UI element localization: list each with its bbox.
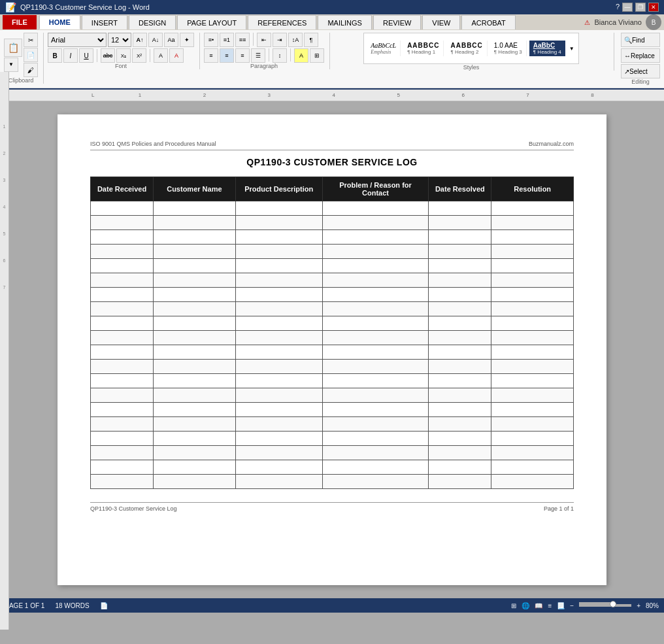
table-cell[interactable] — [491, 417, 574, 432]
table-cell[interactable] — [491, 316, 574, 331]
table-cell[interactable] — [235, 388, 322, 403]
borders-button[interactable]: ⊞ — [310, 48, 324, 63]
zoom-out-button[interactable]: − — [570, 602, 574, 609]
document-check-icon[interactable]: 📄 — [100, 602, 108, 609]
view-draft-icon[interactable]: 📃 — [557, 602, 565, 609]
table-cell[interactable] — [235, 216, 322, 230]
table-cell[interactable] — [322, 302, 429, 316]
table-cell[interactable] — [235, 288, 322, 302]
table-cell[interactable] — [429, 374, 491, 388]
table-cell[interactable] — [235, 316, 322, 331]
table-cell[interactable] — [154, 230, 236, 245]
table-cell[interactable] — [154, 417, 236, 432]
table-cell[interactable] — [154, 259, 236, 273]
table-cell[interactable] — [91, 403, 154, 417]
table-cell[interactable] — [491, 432, 574, 446]
table-cell[interactable] — [322, 259, 429, 273]
strikethrough-button[interactable]: abc — [101, 48, 115, 63]
italic-button[interactable]: I — [63, 48, 78, 63]
copy-button[interactable]: 📄 — [24, 48, 38, 62]
bullets-button[interactable]: ≡• — [204, 33, 218, 47]
table-cell[interactable] — [235, 345, 322, 360]
table-cell[interactable] — [154, 360, 236, 374]
table-cell[interactable] — [154, 403, 236, 417]
table-cell[interactable] — [154, 432, 236, 446]
zoom-in-button[interactable]: + — [637, 602, 640, 609]
justify-button[interactable]: ☰ — [251, 48, 265, 63]
table-cell[interactable] — [154, 302, 236, 316]
styles-scroll-down[interactable]: ▼ — [568, 44, 576, 53]
table-cell[interactable] — [491, 388, 574, 403]
table-cell[interactable] — [491, 230, 574, 245]
table-cell[interactable] — [154, 316, 236, 331]
table-cell[interactable] — [91, 475, 154, 489]
multilevel-list-button[interactable]: ≡≡ — [235, 33, 250, 47]
table-cell[interactable] — [322, 374, 429, 388]
table-cell[interactable] — [429, 273, 491, 288]
username[interactable]: Bianca Viviano — [594, 18, 642, 26]
table-cell[interactable] — [322, 417, 429, 432]
table-cell[interactable] — [154, 245, 236, 259]
view-web-icon[interactable]: 🌐 — [522, 602, 529, 609]
table-cell[interactable] — [491, 302, 574, 316]
table-cell[interactable] — [322, 245, 429, 259]
tab-file[interactable]: FILE — [3, 15, 37, 29]
style-heading4[interactable]: AaBbC ¶ Heading 4 — [529, 41, 565, 56]
table-cell[interactable] — [429, 475, 491, 489]
table-cell[interactable] — [154, 475, 236, 489]
table-cell[interactable] — [491, 273, 574, 288]
table-cell[interactable] — [235, 432, 322, 446]
table-cell[interactable] — [322, 460, 429, 475]
table-cell[interactable] — [322, 273, 429, 288]
table-cell[interactable] — [322, 475, 429, 489]
bold-button[interactable]: B — [48, 48, 62, 63]
table-cell[interactable] — [429, 245, 491, 259]
table-cell[interactable] — [491, 374, 574, 388]
table-cell[interactable] — [491, 403, 574, 417]
table-cell[interactable] — [91, 273, 154, 288]
table-cell[interactable] — [91, 388, 154, 403]
style-heading2[interactable]: AABBCC ¶ Heading 2 — [446, 41, 487, 56]
table-cell[interactable] — [491, 259, 574, 273]
table-cell[interactable] — [154, 388, 236, 403]
minimize-button[interactable]: — — [622, 3, 633, 12]
table-cell[interactable] — [91, 374, 154, 388]
help-icon[interactable]: ? — [616, 3, 620, 12]
align-left-button[interactable]: ≡ — [204, 48, 218, 63]
style-heading3[interactable]: 1.0 AAE ¶ Heading 3 — [490, 41, 527, 56]
table-cell[interactable] — [235, 302, 322, 316]
table-cell[interactable] — [429, 230, 491, 245]
table-cell[interactable] — [429, 460, 491, 475]
view-print-icon[interactable]: ⊞ — [511, 602, 516, 609]
table-cell[interactable] — [322, 230, 429, 245]
table-cell[interactable] — [154, 374, 236, 388]
table-cell[interactable] — [429, 417, 491, 432]
tab-review[interactable]: REVIEW — [373, 15, 421, 29]
table-cell[interactable] — [235, 360, 322, 374]
replace-button[interactable]: ↔ Replace — [621, 48, 660, 63]
clear-format-button[interactable]: ✦ — [180, 33, 194, 47]
tab-references[interactable]: REFERENCES — [248, 15, 316, 29]
table-cell[interactable] — [235, 331, 322, 345]
table-cell[interactable] — [91, 360, 154, 374]
table-cell[interactable] — [491, 446, 574, 460]
table-cell[interactable] — [322, 331, 429, 345]
table-cell[interactable] — [491, 288, 574, 302]
style-emphasis[interactable]: AaBbCcL Emphasis — [367, 41, 401, 56]
table-cell[interactable] — [491, 475, 574, 489]
table-cell[interactable] — [491, 245, 574, 259]
table-cell[interactable] — [322, 201, 429, 216]
table-cell[interactable] — [429, 432, 491, 446]
table-cell[interactable] — [154, 288, 236, 302]
tab-acrobat[interactable]: ACROBAT — [461, 15, 515, 29]
tab-mailings[interactable]: MAILINGS — [318, 15, 372, 29]
tab-home[interactable]: HOME — [39, 15, 80, 29]
font-family-select[interactable]: Arial — [48, 33, 107, 47]
table-cell[interactable] — [154, 216, 236, 230]
table-cell[interactable] — [429, 446, 491, 460]
style-heading1[interactable]: AABBCC ¶ Heading 1 — [403, 41, 444, 56]
table-cell[interactable] — [91, 446, 154, 460]
table-cell[interactable] — [91, 230, 154, 245]
cut-button[interactable]: ✂ — [24, 33, 38, 47]
show-hide-button[interactable]: ¶ — [304, 33, 318, 47]
